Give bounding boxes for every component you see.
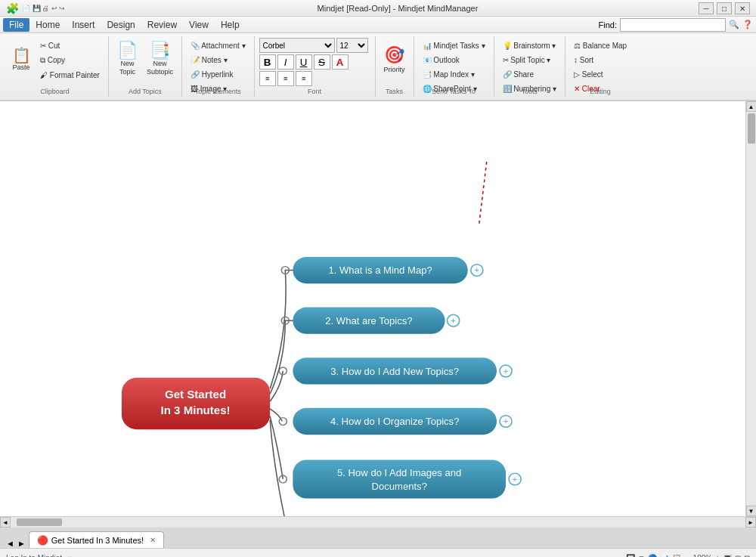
login-link[interactable]: Log In to Mindjet [6, 554, 62, 557]
filter-icon[interactable]: ▼ [638, 554, 646, 557]
expand-icon-5: + [513, 474, 518, 484]
expand-icon-4: + [503, 416, 509, 427]
find-help-icon[interactable]: ❓ [742, 20, 753, 29]
strikethrough-button[interactable]: S [314, 54, 330, 70]
app-title: Mindjet [Read-Only] - Mindjet MindManage… [97, 4, 699, 13]
map-index-button[interactable]: 📑 Map Index ▾ [419, 68, 489, 81]
main-tab[interactable]: 🔴 Get Started In 3 Minutes! ✕ [29, 531, 164, 548]
zoom-in-button[interactable]: + [715, 554, 720, 557]
toolbar-send-tasks: 📊 Mindjet Tasks ▾ 📧 Outlook 📑 Map Index … [414, 36, 494, 97]
clipboard-label: Clipboard [40, 88, 70, 95]
minimize-button[interactable]: ─ [699, 2, 714, 14]
copy-button[interactable]: ⧉ Copy [36, 54, 104, 67]
menu-file[interactable]: File [3, 18, 29, 32]
outlook-button[interactable]: 📧 Outlook [419, 54, 489, 67]
status-icon-6: ⊞ [735, 554, 741, 557]
topic-2-text: 2. What are Topics? [325, 315, 412, 326]
select-button[interactable]: ▷ Select [570, 68, 631, 81]
underline-button[interactable]: U [296, 54, 312, 70]
scroll-right-button[interactable]: ► [745, 517, 756, 528]
menu-help[interactable]: Help [215, 18, 246, 32]
italic-button[interactable]: I [277, 54, 294, 70]
status-icon-2: 🔵 [648, 554, 657, 557]
find-label: Find: [599, 20, 617, 29]
align-right-button[interactable]: ≡ [296, 71, 312, 86]
scroll-up-button[interactable]: ▲ [746, 101, 757, 112]
restore-button[interactable]: □ [717, 2, 732, 14]
menu-home[interactable]: Home [29, 18, 66, 32]
menu-view[interactable]: View [183, 18, 215, 32]
send-tasks-label: Send Tasks To [432, 88, 476, 95]
login-dropdown-icon[interactable]: ▾ [68, 554, 72, 557]
connector-2 [270, 320, 295, 394]
close-button[interactable]: ✕ [735, 2, 750, 14]
balance-map-button[interactable]: ⚖ Balance Map [570, 39, 631, 52]
format-painter-button[interactable]: 🖌 Format Painter [36, 69, 104, 82]
scroll-left-button[interactable]: ◄ [0, 517, 11, 528]
find-search-icon[interactable]: 🔍 [729, 20, 739, 29]
status-icon-3: 📊 [660, 554, 669, 557]
main-area: Get Started In 3 Minutes! 1. What is a M… [0, 101, 756, 516]
menu-review[interactable]: Review [141, 18, 183, 32]
status-icon-1: 🔲 [626, 554, 635, 557]
next-tab-button[interactable]: ► [17, 539, 26, 548]
center-text-line2: In 3 Minutes! [161, 404, 231, 416]
toolbar-tools: 💡 Brainstorm ▾ ✂ Split Topic ▾ 🔗 Share 🔢… [494, 36, 565, 97]
align-center-button[interactable]: ≡ [277, 71, 294, 86]
menu-bar: File Home Insert Design Review View Help… [0, 17, 756, 33]
connector-3 [270, 371, 283, 401]
attachment-button[interactable]: 📎 Attachment ▾ [187, 39, 249, 52]
align-left-button[interactable]: ≡ [259, 71, 276, 86]
brainstorm-button[interactable]: 💡 Brainstorm ▾ [499, 39, 560, 52]
topic-5-text-2: Documents? [372, 481, 427, 492]
expand-icon-2: + [451, 315, 456, 326]
status-icon-5: 🔳 [723, 554, 732, 557]
mindjet-tasks-button[interactable]: 📊 Mindjet Tasks ▾ [419, 39, 489, 52]
sort-button[interactable]: ↕ Sort [570, 54, 631, 67]
status-bar: Log In to Mindjet ▾ 🔲 ▼ 🔵 📊 📋 ─ 100% + 🔳… [0, 548, 756, 557]
menu-design[interactable]: Design [101, 18, 141, 32]
notes-button[interactable]: 📝 Notes ▾ [187, 54, 249, 67]
scroll-track-v[interactable] [746, 112, 757, 506]
center-text-line1: Get Started [165, 388, 226, 401]
new-subtopic-button[interactable]: 📑 New Subtopic [143, 40, 177, 78]
new-topic-button[interactable]: 📄 New Topic [113, 40, 141, 78]
priority-button[interactable]: 🎯 Priority [380, 43, 409, 76]
find-input[interactable] [620, 18, 726, 32]
toolbar-clipboard: 📋 Paste ✂ Cut ⧉ Copy 🖌 Format Painter Cl… [2, 36, 109, 97]
scroll-track-h[interactable] [11, 517, 745, 528]
tab-close-button[interactable]: ✕ [150, 536, 156, 544]
hyperlink-button[interactable]: 🔗 Hyperlink [187, 68, 249, 81]
connector-1 [270, 271, 296, 389]
scroll-thumb-v[interactable] [748, 113, 755, 144]
toolbar-font: Corbel 12 B I U S A ≡ ≡ ≡ Font [255, 36, 376, 97]
dashed-connector [479, 160, 487, 223]
title-bar: 🧩 📄 💾 🖨 ↩ ↪ Mindjet [Read-Only] - Mindje… [0, 0, 756, 17]
scroll-thumb-h[interactable] [17, 518, 62, 526]
menu-insert[interactable]: Insert [66, 18, 101, 32]
scroll-down-button[interactable]: ▼ [746, 506, 757, 516]
cut-button[interactable]: ✂ Cut [36, 39, 104, 52]
canvas[interactable]: Get Started In 3 Minutes! 1. What is a M… [0, 101, 745, 516]
scrollbar-horizontal: ◄ ► [0, 516, 756, 527]
topic-5-text-1: 5. How do I Add Images and [337, 467, 461, 478]
topic-1-text: 1. What is a Mind Map? [328, 265, 432, 277]
branch-dot-4 [279, 418, 287, 425]
split-topic-button[interactable]: ✂ Split Topic ▾ [499, 54, 560, 67]
tasks-label: Tasks [386, 88, 403, 95]
prev-tab-button[interactable]: ◄ [6, 539, 14, 548]
share-button[interactable]: 🔗 Share [499, 68, 560, 81]
connector-6 [270, 420, 289, 516]
font-size-select[interactable]: 12 [336, 38, 368, 53]
mindmap-svg: Get Started In 3 Minutes! 1. What is a M… [0, 101, 745, 516]
font-family-select[interactable]: Corbel [259, 38, 335, 53]
status-icon-4: 📋 [672, 554, 681, 557]
editing-label: Editing [590, 88, 611, 95]
paste-button[interactable]: 📋 Paste [6, 36, 36, 82]
font-color-button[interactable]: A [332, 54, 349, 70]
bold-button[interactable]: B [259, 54, 276, 70]
font-label: Font [308, 88, 321, 95]
expand-icon-1: + [474, 265, 479, 276]
toolbar: 📋 Paste ✂ Cut ⧉ Copy 🖌 Format Painter Cl… [0, 33, 756, 101]
zoom-out-button[interactable]: ─ [684, 554, 689, 557]
